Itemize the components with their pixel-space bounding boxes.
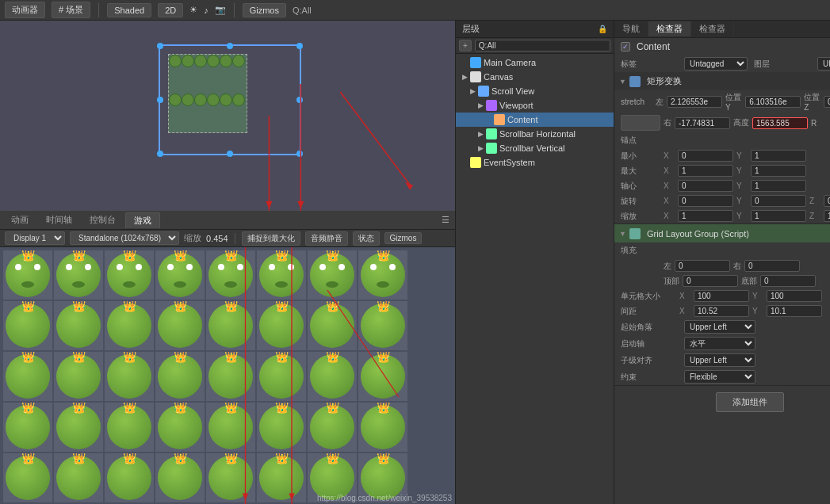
pig-cell: 👑 (105, 403, 154, 452)
mini-pig (182, 55, 194, 67)
tab-timeline[interactable]: 时间轴 (38, 212, 80, 227)
handle-bottom-left[interactable] (157, 151, 163, 157)
game-toolbar: Display 1 Standalone (1024x768) 缩放 0.454… (0, 230, 455, 247)
min-x[interactable] (678, 150, 733, 162)
min-y[interactable] (751, 150, 806, 162)
constraint-row: 约束 Flexible (614, 368, 830, 385)
2d-btn[interactable]: 2D (158, 3, 183, 17)
active-checkbox[interactable]: ✓ (621, 42, 630, 52)
rot-x[interactable] (678, 195, 733, 207)
tree-item-scrollbar-h[interactable]: ▶ Scrollbar Horizontal (456, 127, 614, 141)
scene-view[interactable] (0, 21, 455, 211)
tree-item-canvas[interactable]: ▶ Canvas (456, 70, 614, 84)
rect-transform-header[interactable]: ▼ 矩形变换 ⚙ ⋯ (614, 72, 830, 90)
gizmos-btn[interactable]: Gizmos (243, 3, 286, 17)
tab-game[interactable]: 游戏 (125, 212, 160, 228)
scale-x[interactable] (678, 210, 733, 222)
pig-cell: 👑 (155, 301, 205, 350)
pivot-x[interactable] (678, 180, 733, 192)
pig-cell: 👑 (3, 453, 52, 502)
resolution-select[interactable]: Standalone (1024x768) (70, 231, 179, 245)
pivot-y[interactable] (751, 180, 806, 192)
start-corner-label: 起始角落 (621, 322, 684, 333)
stats-btn[interactable]: 状态 (353, 231, 380, 246)
pad-top-val[interactable] (683, 275, 738, 287)
more-options-btn[interactable]: ☰ (439, 214, 452, 226)
y-col: Y (736, 166, 748, 175)
tree-label: EventSystem (484, 158, 535, 167)
hierarchy-search[interactable] (475, 40, 610, 52)
y-col: Y (752, 292, 763, 300)
sep1 (98, 3, 99, 17)
rot-y[interactable] (751, 195, 806, 207)
stretch-widget[interactable] (621, 115, 660, 131)
spacing-x[interactable] (694, 305, 749, 317)
tree-item-scrollbar-v[interactable]: ▶ Scrollbar Vertical (456, 141, 614, 155)
stretch-label: stretch (621, 97, 652, 106)
tree-item-main-camera[interactable]: Main Camera (456, 55, 614, 70)
add-component-btn[interactable]: 添加组件 (716, 392, 784, 412)
scene-btn[interactable]: # 场景 (52, 2, 90, 18)
tab-console[interactable]: 控制台 (82, 212, 124, 227)
start-corner-select[interactable]: Upper Left (684, 320, 755, 334)
tab-animate[interactable]: 动画 (3, 212, 36, 227)
handle-top-right[interactable] (296, 43, 303, 49)
grid-layout-header[interactable]: ▼ Grid Layout Group (Script) ⚙ ⋯ (614, 224, 830, 242)
shaded-btn[interactable]: Shaded (107, 3, 151, 17)
tree-item-eventsystem[interactable]: EventSystem (456, 155, 614, 170)
tree-item-scroll-view[interactable]: ▶ Scroll View (456, 84, 614, 98)
spacing-y[interactable] (767, 305, 822, 317)
scene-2d-canvas[interactable] (0, 21, 455, 211)
tab-navigator[interactable]: 导航 (614, 21, 648, 36)
tree-item-viewport[interactable]: ▶ Viewport (456, 98, 614, 113)
cell-y[interactable] (767, 290, 822, 302)
scale-z[interactable] (824, 210, 830, 222)
hierarchy-add-btn[interactable]: + (459, 40, 472, 52)
scale-y[interactable] (751, 210, 806, 222)
layer-select[interactable]: UI (817, 57, 830, 71)
cell-x[interactable] (694, 290, 749, 302)
pad-bottom-val[interactable] (760, 275, 816, 287)
tag-select[interactable]: Untagged (684, 57, 748, 71)
main-area: 动画 时间轴 控制台 游戏 ☰ Display 1 Standalone (10… (0, 21, 830, 504)
display-select[interactable]: Display 1 (5, 231, 65, 245)
max-x[interactable] (678, 165, 733, 177)
start-axis-select[interactable]: 水平 (684, 337, 755, 350)
pig-cell: 👑 (155, 250, 205, 300)
spacing-row: 间距 X Y (614, 304, 830, 319)
tab-inspector[interactable]: 检查器 (648, 21, 691, 36)
gizmos-game-btn[interactable]: Gizmos (384, 232, 423, 244)
watermark: https://blog.csdn.net/weixin_39538253 (317, 494, 452, 502)
arrow: ▶ (470, 87, 478, 95)
handle-bottom-right[interactable] (296, 151, 303, 157)
posy-value[interactable] (745, 96, 801, 108)
pig-cell: 👑 (105, 453, 154, 502)
handle-top-mid[interactable] (227, 43, 233, 49)
tree-item-content[interactable]: Content (456, 113, 614, 127)
maxfit-btn[interactable]: 捕捉到最大化 (242, 231, 300, 246)
constraint-select[interactable]: Flexible (684, 370, 755, 384)
tab-debugger[interactable]: 检查器 (691, 21, 734, 36)
game-view-canvas[interactable]: 👑 👑 👑 (0, 247, 455, 504)
max-y[interactable] (751, 165, 806, 177)
hierarchy-lock-icon: 🔒 (598, 25, 607, 33)
height-value[interactable] (752, 117, 808, 129)
audio-mute-btn[interactable]: 音频静音 (305, 231, 348, 246)
handle-bottom-mid[interactable] (227, 151, 233, 157)
handle-right-mid[interactable] (296, 97, 303, 103)
fold-arrow: ▼ (619, 230, 626, 238)
rot-z[interactable] (824, 195, 830, 207)
grid-icon (629, 228, 641, 239)
x-col: X (664, 212, 675, 220)
right-value[interactable] (675, 117, 730, 129)
handle-top-left[interactable] (157, 43, 163, 49)
pad-right-val[interactable] (744, 260, 800, 272)
posz-value[interactable] (824, 96, 830, 108)
animator-btn[interactable]: 动画器 (5, 2, 45, 18)
child-align-select[interactable]: Upper Left (684, 353, 755, 367)
handle-left-mid[interactable] (157, 97, 163, 103)
hierarchy-tree: Main Camera ▶ Canvas ▶ Scroll View ▶ (456, 54, 614, 504)
pig-cell: 👑 (308, 250, 357, 300)
pad-left-val[interactable] (675, 260, 730, 272)
left-value[interactable] (667, 96, 722, 108)
